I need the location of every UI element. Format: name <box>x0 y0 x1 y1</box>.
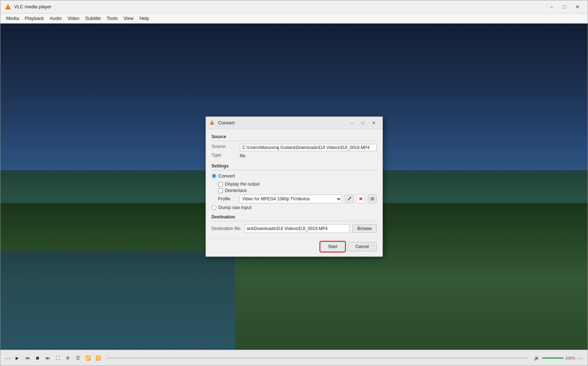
deinterlace-label[interactable]: Deinterlace <box>225 188 247 193</box>
volume-bar <box>542 357 564 359</box>
deinterlace-checkbox[interactable] <box>218 188 223 193</box>
source-label: Source: <box>212 144 237 151</box>
controls-right: 🔊 100% --:-- <box>533 354 583 362</box>
convert-dialog: Convert − □ ✕ Source Source: <box>206 116 383 257</box>
dialog-vlc-icon <box>210 120 215 126</box>
destination-divider <box>212 221 377 221</box>
dialog-body: Source Source: C:\Users\Manuviraj Godara… <box>206 129 382 238</box>
settings-divider <box>212 170 377 170</box>
display-output-label[interactable]: Display the output <box>225 182 260 187</box>
svg-rect-4 <box>211 123 213 124</box>
vlc-window: VLC media player − □ ✕ Media Playback Au… <box>0 0 588 366</box>
dialog-close-button[interactable]: ✕ <box>369 119 379 127</box>
menu-audio[interactable]: Audio <box>47 14 64 22</box>
destination-input[interactable] <box>244 224 350 233</box>
profile-delete-button[interactable]: ✕ <box>356 195 365 203</box>
source-section: Source Source: C:\Users\Manuviraj Godara… <box>212 134 377 159</box>
profile-list-button[interactable] <box>368 195 377 203</box>
convert-radio[interactable] <box>212 174 216 178</box>
loop-button[interactable]: 🔁 <box>84 354 92 362</box>
svg-rect-8 <box>371 199 374 199</box>
display-output-row: Display the output <box>218 182 377 187</box>
dump-raw-radio[interactable] <box>212 205 216 210</box>
deinterlace-row: Deinterlace <box>218 188 377 193</box>
extended-settings-button[interactable]: ⚙ <box>64 354 72 362</box>
dump-raw-row: Dump raw input <box>212 205 377 210</box>
delete-icon: ✕ <box>359 196 363 202</box>
display-output-checkbox[interactable] <box>218 182 223 187</box>
settings-section-label: Settings <box>212 163 377 169</box>
playlist-button[interactable]: ☰ <box>74 354 82 362</box>
title-bar: VLC media player − □ ✕ <box>0 0 588 13</box>
profile-select[interactable]: Video for MPEG4 1080p TV/device Video fo… <box>239 195 342 203</box>
dialog-controls: − □ ✕ <box>347 119 379 127</box>
source-section-label: Source <box>212 134 377 139</box>
play-button[interactable]: ▶ <box>13 354 21 362</box>
stop-button[interactable]: ⏹ <box>34 354 42 362</box>
window-controls: − □ ✕ <box>546 3 583 11</box>
controls-left: --:-- <box>5 356 11 360</box>
svg-rect-9 <box>371 200 374 200</box>
minimize-button[interactable]: − <box>546 3 557 11</box>
menu-video[interactable]: Video <box>64 14 82 22</box>
list-icon <box>370 197 375 201</box>
start-button[interactable]: Start <box>321 242 345 251</box>
settings-section: Settings Convert Display the output <box>212 163 377 210</box>
close-button[interactable]: ✕ <box>572 3 583 11</box>
svg-rect-2 <box>7 8 9 9</box>
browse-button[interactable]: Browse <box>352 224 376 233</box>
controls-bar: --:-- ▶ ⏮ ⏹ ⏭ ⛶ ⚙ ☰ 🔁 🔀 🔊 100% --:-- <box>0 350 588 366</box>
destination-file-label: Destination file: <box>212 226 241 231</box>
profile-label: Profile <box>218 196 236 201</box>
cancel-button[interactable]: Cancel <box>348 242 376 251</box>
menu-help[interactable]: Help <box>136 14 152 22</box>
timeline[interactable] <box>107 357 528 359</box>
convert-radio-label[interactable]: Convert <box>219 173 235 179</box>
convert-radio-row: Convert <box>212 173 377 179</box>
menu-media[interactable]: Media <box>3 14 22 22</box>
time-right: --:-- <box>577 356 583 360</box>
video-area: Convert − □ ✕ Source Source: <box>0 24 588 350</box>
window-title: VLC media player <box>14 4 546 9</box>
type-value: file <box>240 153 377 159</box>
dialog-title: Convert <box>218 120 347 125</box>
profile-row: Profile Video for MPEG4 1080p TV/device … <box>218 195 377 203</box>
fullscreen-button[interactable]: ⛶ <box>54 354 62 362</box>
svg-rect-1 <box>7 8 9 8</box>
next-button[interactable]: ⏭ <box>44 354 52 362</box>
dialog-footer: Start Cancel <box>206 238 382 256</box>
menu-playback[interactable]: Playback <box>22 14 47 22</box>
source-info: Source: C:\Users\Manuviraj Godara\Downlo… <box>212 144 377 159</box>
destination-row: Destination file: Browse <box>212 224 377 233</box>
dialog-minimize-button[interactable]: − <box>347 119 357 127</box>
wrench-icon <box>347 197 351 201</box>
vlc-icon <box>5 4 11 10</box>
menu-view[interactable]: View <box>120 14 136 22</box>
volume-pct: 100% <box>565 356 575 360</box>
dialog-title-bar: Convert − □ ✕ <box>206 117 382 129</box>
destination-section: Destination Destination file: Browse <box>212 214 377 233</box>
type-label: Type: <box>212 153 237 159</box>
random-button[interactable]: 🔀 <box>94 354 102 362</box>
destination-section-label: Destination <box>212 214 377 220</box>
svg-rect-7 <box>371 197 374 198</box>
dialog-maximize-button[interactable]: □ <box>358 119 368 127</box>
profile-edit-button[interactable] <box>345 195 354 203</box>
dump-raw-label[interactable]: Dump raw input <box>219 205 251 210</box>
source-value: C:\Users\Manuviraj Godara\Downloads\DJI … <box>240 144 377 151</box>
menu-tools[interactable]: Tools <box>104 14 120 22</box>
volume-button[interactable]: 🔊 <box>533 354 541 362</box>
prev-button[interactable]: ⏮ <box>24 354 31 362</box>
menu-subtitle[interactable]: Subtitle <box>82 14 103 22</box>
time-left: --:-- <box>5 356 11 360</box>
source-divider <box>212 141 377 141</box>
maximize-button[interactable]: □ <box>559 3 570 11</box>
modal-overlay: Convert − □ ✕ Source Source: <box>0 24 588 350</box>
svg-rect-5 <box>211 124 213 124</box>
menu-bar: Media Playback Audio Video Subtitle Tool… <box>0 13 588 24</box>
